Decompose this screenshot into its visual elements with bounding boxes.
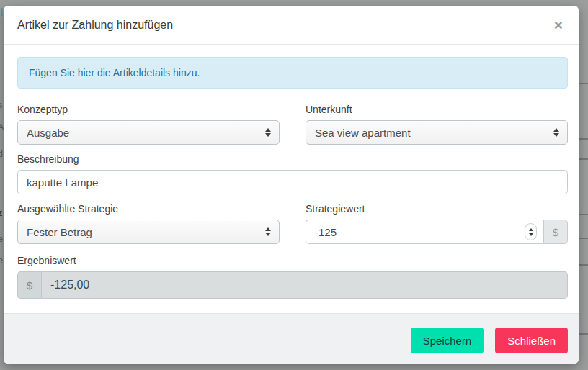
- konzepttyp-selected-value: Ausgabe: [27, 127, 69, 139]
- ergebniswert-readonly-value: -125,00: [42, 271, 568, 299]
- close-button[interactable]: Schließen: [495, 328, 568, 353]
- save-button[interactable]: Speichern: [411, 328, 484, 353]
- number-stepper-icon[interactable]: [525, 223, 537, 240]
- modal-body: Fügen Sie hier die Artikeldetails hinzu.…: [4, 45, 579, 313]
- background-table-line: [579, 264, 588, 266]
- ergebniswert-label: Ergebniswert: [17, 255, 568, 266]
- field-beschreibung: Beschreibung: [17, 153, 568, 194]
- background-text-fragment: d: [0, 149, 3, 159]
- strategie-label: Ausgewählte Strategie: [17, 203, 280, 215]
- unterkunft-label: Unterkunft: [306, 104, 568, 115]
- strategiewert-input[interactable]: [306, 220, 543, 244]
- background-text-fragment: e: [0, 234, 3, 244]
- strategiewert-label: Strategiewert: [306, 203, 568, 215]
- modal-header: Artikel zur Zahlung hinzufügen ×: [4, 6, 579, 45]
- strategie-select[interactable]: Fester Betrag: [17, 220, 280, 244]
- field-ergebniswert: Ergebniswert $ -125,00: [17, 255, 568, 299]
- strategie-selected-value: Fester Betrag: [27, 226, 92, 238]
- konzepttyp-label: Konzepttyp: [17, 104, 280, 115]
- currency-addon: $: [17, 271, 42, 299]
- unterkunft-selected-value: Sea view apartment: [315, 127, 411, 139]
- modal-backdrop: lt s AN d z e e Artikel zur Zahlung hinz…: [0, 0, 588, 370]
- background-text-fragment: s: [0, 100, 2, 110]
- background-table-line: [579, 214, 588, 215]
- modal-footer: Speichern Schließen: [4, 313, 579, 364]
- info-alert: Fügen Sie hier die Artikeldetails hinzu.: [17, 57, 568, 89]
- konzepttyp-select[interactable]: Ausgabe: [17, 120, 280, 145]
- field-konzepttyp: Konzepttyp Ausgabe: [17, 104, 280, 145]
- select-updown-icon: [265, 128, 271, 137]
- background-table-line: [579, 333, 588, 335]
- background-table-line: [579, 138, 588, 140]
- modal-title: Artikel zur Zahlung hinzufügen: [17, 19, 173, 32]
- background-text-fragment: e: [0, 256, 3, 266]
- background-text-fragment: z: [0, 208, 2, 218]
- unterkunft-select[interactable]: Sea view apartment: [306, 120, 568, 145]
- beschreibung-label: Beschreibung: [17, 153, 568, 165]
- currency-addon: $: [543, 220, 568, 244]
- select-updown-icon: [553, 128, 559, 137]
- field-unterkunft: Unterkunft Sea view apartment: [306, 104, 568, 145]
- field-strategiewert: Strategiewert $: [306, 203, 568, 244]
- background-table-line: [579, 83, 588, 84]
- beschreibung-input[interactable]: [17, 170, 568, 194]
- add-item-modal: Artikel zur Zahlung hinzufügen × Fügen S…: [4, 6, 579, 364]
- field-strategie: Ausgewählte Strategie Fester Betrag: [17, 203, 280, 244]
- close-icon[interactable]: ×: [554, 17, 563, 32]
- background-table-line: [579, 238, 588, 239]
- background-table-line: [579, 158, 588, 160]
- select-updown-icon: [265, 227, 271, 236]
